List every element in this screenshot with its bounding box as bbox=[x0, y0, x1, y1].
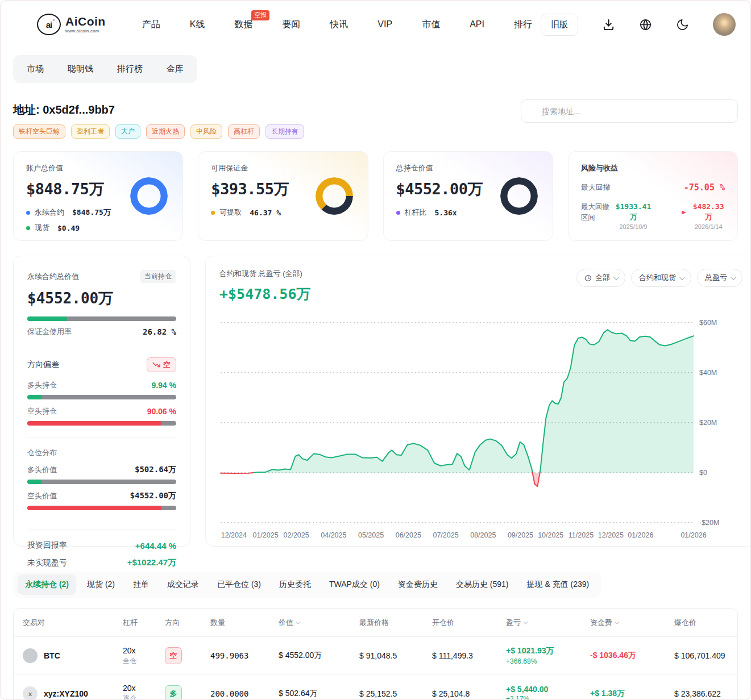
tab-7[interactable]: TWAP成交 (0) bbox=[322, 574, 387, 595]
x-axis-label: 07/2025 bbox=[433, 531, 458, 539]
old-version-button[interactable]: 旧版 bbox=[541, 14, 578, 36]
nav-menu: 产品K线数据空投要闻快讯VIP市值API排行 bbox=[142, 19, 541, 31]
tab-10[interactable]: 提现 & 充值 (239) bbox=[520, 574, 597, 595]
column-header-4: 数量 bbox=[210, 618, 279, 628]
nav-item-5[interactable]: 快讯 bbox=[330, 19, 348, 31]
address-section: 地址: 0x5d2f...9bb7 铁杆空头巨鲸盈利王者大户近期火热中风险高杠杆… bbox=[1, 102, 750, 139]
tab-3[interactable]: 挂单 bbox=[126, 574, 156, 595]
column-header-9[interactable]: 资金费 bbox=[590, 618, 674, 628]
avatar[interactable] bbox=[713, 13, 736, 36]
search-address-input[interactable] bbox=[521, 99, 738, 123]
positions-tabs: 永续持仓 (2)现货 (2)挂单成交记录已平仓位 (3)历史委托TWAP成交 (… bbox=[13, 572, 601, 598]
stat-cards-row: 账户总价值$848.75万永续合约$848.75万现货$0.49可用保证金$39… bbox=[1, 151, 750, 241]
chart-filter-3[interactable]: 总盈亏 bbox=[697, 269, 742, 287]
x-axis-label: 12/2024 bbox=[221, 531, 247, 539]
chart-filter-2[interactable]: 合约和现货 bbox=[631, 269, 691, 287]
drawdown-from-date: 2025/10/9 bbox=[616, 223, 652, 230]
nav-item-label: 产品 bbox=[142, 19, 160, 29]
side-cell: 空 bbox=[165, 647, 210, 664]
short-position-label: 空头持仓 bbox=[27, 406, 57, 416]
subnav-item-3[interactable]: 排行榜 bbox=[117, 64, 143, 74]
tab-1[interactable]: 永续持仓 (2) bbox=[18, 574, 76, 595]
stat-item-value: $848.75万 bbox=[72, 207, 111, 218]
stat-card-item: 现货$0.49 bbox=[26, 223, 170, 233]
tab-8[interactable]: 资金费历史 bbox=[391, 574, 445, 595]
column-label: 盈亏 bbox=[506, 618, 521, 628]
column-header-5[interactable]: 价值 bbox=[279, 618, 359, 628]
y-axis-label: $0 bbox=[699, 469, 707, 477]
nav-item-label: API bbox=[470, 19, 484, 29]
side-badge: 多 bbox=[165, 685, 182, 700]
nav-item-2[interactable]: K线 bbox=[190, 19, 205, 31]
trending-down-icon bbox=[152, 361, 160, 369]
aicoin-logo[interactable]: ai' AiCoin www.aicoin.com bbox=[37, 14, 106, 35]
coin-icon bbox=[23, 648, 38, 663]
long-value: $502.64万 bbox=[135, 465, 176, 475]
column-header-2: 杠杆 bbox=[123, 618, 165, 628]
x-axis-label: 04/2025 bbox=[321, 531, 346, 539]
short-position-bar bbox=[27, 421, 176, 426]
chevron-down-icon bbox=[613, 274, 619, 280]
moon-icon[interactable] bbox=[676, 18, 689, 31]
margin-usage-value: 26.82 % bbox=[143, 327, 176, 336]
chart-filter-1[interactable]: 全部 bbox=[576, 269, 625, 287]
table-header-row: 交易对杠杆方向数量价值最新价格开仓价盈亏资金费爆仓价 bbox=[14, 609, 737, 637]
roi-value: +644.44 % bbox=[135, 541, 176, 551]
nav-item-label: 排行 bbox=[514, 19, 532, 29]
amount-cell: 200.0000 bbox=[210, 689, 279, 698]
last-price-cell: $ 91,048.5 bbox=[359, 651, 432, 660]
address-tags: 铁杆空头巨鲸盈利王者大户近期火热中风险高杠杆长期持有 bbox=[13, 124, 738, 139]
margin-usage-label: 保证金使用率 bbox=[27, 327, 72, 337]
unrealized-pnl-value: +$1022.47万 bbox=[127, 557, 176, 568]
donut-chart bbox=[316, 177, 353, 215]
column-header-8[interactable]: 盈亏 bbox=[506, 618, 590, 628]
nav-item-8[interactable]: API bbox=[470, 19, 484, 30]
subnav-item-4[interactable]: 金库 bbox=[167, 64, 184, 74]
short-position-value: 90.06 % bbox=[147, 407, 176, 416]
nav-item-label: 要闻 bbox=[282, 19, 300, 29]
x-axis-label: 02/2025 bbox=[284, 531, 309, 539]
nav-item-3[interactable]: 数据空投 bbox=[234, 19, 252, 31]
stat-card-3: 总持仓价值$4552.00万杠杆比5.36x bbox=[383, 151, 553, 241]
address-tag: 近期火热 bbox=[146, 124, 185, 139]
nav-item-1[interactable]: 产品 bbox=[142, 19, 160, 31]
subnav-item-1[interactable]: 市场 bbox=[27, 64, 44, 74]
tab-4[interactable]: 成交记录 bbox=[160, 574, 206, 595]
stat-item-label: 现货 bbox=[35, 223, 49, 233]
globe-icon[interactable] bbox=[639, 18, 652, 31]
x-axis-label: 01/2026 bbox=[628, 531, 653, 539]
tab-2[interactable]: 现货 (2) bbox=[80, 574, 122, 595]
nav-item-7[interactable]: 市值 bbox=[422, 19, 440, 31]
perp-position-panel: 永续合约总价值 当前持仓 $4552.00万 保证金使用率 26.82 % 方向… bbox=[13, 256, 190, 547]
sort-icon bbox=[523, 619, 528, 624]
stat-item-label: 永续合约 bbox=[35, 207, 64, 218]
table-row-2[interactable]: xxyz:XYZ10020x逐仓多200.0000$ 502.64万$ 25,1… bbox=[14, 674, 737, 700]
chart-title: 合约和现货 总盈亏 (全部) bbox=[219, 269, 310, 279]
risk-card-title: 风险与收益 bbox=[581, 163, 725, 173]
donut-chart bbox=[500, 177, 538, 215]
x-axis-label: 08/2025 bbox=[470, 531, 496, 539]
direction-bias-label: 方向偏差 bbox=[27, 360, 59, 370]
drawdown-from-value: $1933.41万 bbox=[616, 202, 652, 222]
pnl-area-chart[interactable]: $60M$40M$20M$0-$20M12/202401/202502/2025… bbox=[219, 311, 742, 543]
download-icon[interactable] bbox=[602, 18, 615, 31]
x-axis-label: 01/2026 bbox=[681, 531, 706, 539]
short-value-bar bbox=[27, 506, 176, 510]
risk-reward-card: 风险与收益 最大回撤 -75.05 % 最大回撤区间 $1933.41万 202… bbox=[568, 151, 738, 241]
nav-item-4[interactable]: 要闻 bbox=[282, 19, 300, 31]
subnav-item-2[interactable]: 聪明钱 bbox=[68, 64, 93, 74]
nav-item-9[interactable]: 排行 bbox=[514, 19, 532, 31]
leverage-cell: 20x逐仓 bbox=[123, 684, 165, 700]
nav-item-6[interactable]: VIP bbox=[377, 19, 392, 30]
stat-card-1: 账户总价值$848.75万永续合约$848.75万现货$0.49 bbox=[13, 151, 183, 241]
leverage-value: 20x bbox=[123, 684, 165, 693]
tab-5[interactable]: 已平仓位 (3) bbox=[210, 574, 268, 595]
logo-text: AiCoin bbox=[65, 15, 106, 27]
tab-6[interactable]: 历史委托 bbox=[272, 574, 318, 595]
tab-9[interactable]: 交易历史 (591) bbox=[449, 574, 516, 595]
table-row-1[interactable]: BTC20x全仓空499.9063$ 4552.00万$ 91,048.5$ 1… bbox=[14, 637, 737, 674]
x-axis-label: 09/2025 bbox=[508, 531, 533, 539]
secondary-nav: 市场聪明钱排行榜金库 bbox=[13, 55, 197, 83]
symbol-name: xyz:XYZ100 bbox=[44, 689, 88, 698]
chart-filters: 全部合约和现货总盈亏 bbox=[576, 269, 742, 287]
